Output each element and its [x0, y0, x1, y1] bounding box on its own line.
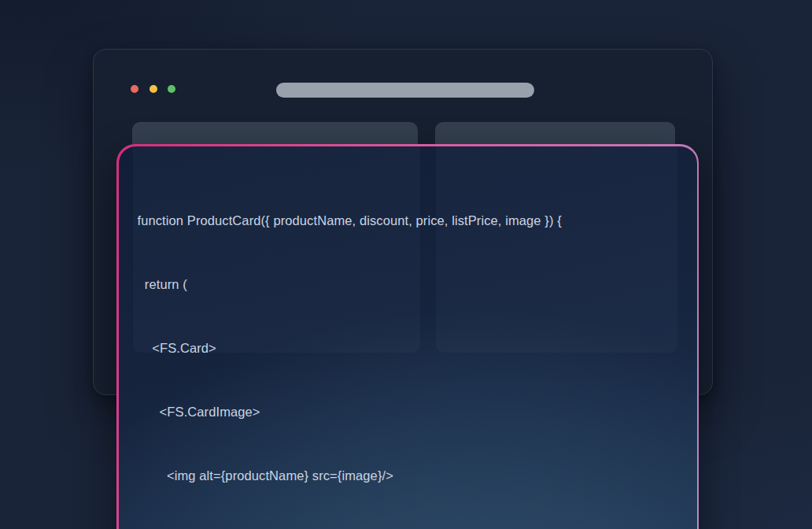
code-line: return (	[138, 274, 685, 295]
code-panel: function ProductCard({ productName, disc…	[119, 146, 697, 529]
code-block: function ProductCard({ productName, disc…	[119, 146, 697, 529]
code-line: <FS.Card>	[138, 338, 685, 359]
window-close-button[interactable]	[131, 85, 138, 93]
code-line: function ProductCard({ productName, disc…	[138, 210, 685, 231]
window-zoom-button[interactable]	[168, 85, 175, 93]
window-minimize-button[interactable]	[149, 85, 157, 93]
code-line: <FS.CardImage>	[138, 401, 685, 423]
window-controls	[131, 85, 175, 93]
code-panel-frame: function ProductCard({ productName, disc…	[116, 144, 699, 529]
url-bar[interactable]	[276, 83, 534, 98]
code-line: <img alt={productName} src={image}/>	[138, 465, 685, 486]
